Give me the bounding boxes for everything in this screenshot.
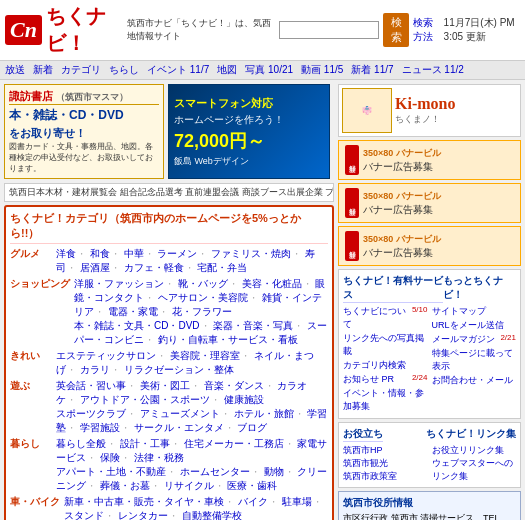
cat-link[interactable]: 本・雑誌・文具・CD・DVD (74, 320, 200, 331)
cat-link[interactable]: バイク (238, 496, 268, 507)
link-筑西市HP[interactable]: 筑西市HP (343, 444, 428, 457)
cat-link[interactable]: ブログ (237, 422, 267, 433)
cat-link[interactable]: スポーツクラブ (56, 408, 126, 419)
cat-link[interactable]: 保険 (100, 452, 120, 463)
nav-写真[interactable]: 写真 10/21 (245, 63, 293, 77)
cat-link[interactable]: ホテル・旅館 (234, 408, 294, 419)
service-link[interactable]: イベント・情報・参加募集 (343, 387, 428, 413)
cat-link[interactable]: アパート・土地・不動産 (56, 466, 166, 477)
cat-link[interactable]: リラクゼーション・整体 (124, 364, 234, 375)
service-link[interactable]: リンク先への写真掲載 (343, 332, 428, 358)
cat-links-car: 新車・中古車・販売・タイヤ・車検・ バイク・ 駐車場・ スタンド・ レンタカー・… (64, 495, 328, 520)
nav-新着[interactable]: 新着 (33, 63, 53, 77)
cat-link[interactable]: 美容・化粧品 (242, 278, 302, 289)
cat-link[interactable]: 新車・中古車・販売・タイヤ・車検 (64, 496, 224, 507)
cat-link[interactable]: 英会話・習い事 (56, 380, 126, 391)
cat-link[interactable]: ヘアサロン・美容院 (158, 292, 248, 303)
banner-recruit-2: バナー広告募集 (363, 203, 441, 217)
cat-link[interactable]: カフェ・軽食 (124, 262, 184, 273)
cat-link[interactable]: ファミリス・焼肉 (211, 248, 291, 259)
nav-イベント[interactable]: イベント 11/7 (147, 63, 209, 77)
cat-link[interactable]: 駐車場 (282, 496, 312, 507)
banner-ad-1[interactable]: 新登録 350×80 バナービル バナー広告募集 (338, 140, 521, 180)
cat-link[interactable]: 電器・家電 (108, 306, 158, 317)
search-button[interactable]: 検索 (383, 13, 409, 47)
kimono-ad[interactable]: 👘 Ki-mono ちくまノ！ (338, 84, 521, 137)
link-筑西市政策室[interactable]: 筑西市政策室 (343, 470, 428, 483)
service-link[interactable]: お知らせ PR (343, 373, 394, 386)
nav-ニュース[interactable]: ニュース 11/2 (402, 63, 464, 77)
banner-recruit-1: バナー広告募集 (363, 160, 441, 174)
banner-ad-2[interactable]: 新登録 350×80 バナービル バナー広告募集 (338, 183, 521, 223)
cat-link[interactable]: ラーメン (157, 248, 197, 259)
cat-link[interactable]: カラリ (80, 364, 110, 375)
cat-link[interactable]: 健康施設 (224, 394, 264, 405)
right-link-box: お役立ち ちくナビ！リンク集 筑西市HP 筑西市観光 筑西市政策室 お役立リリン… (338, 422, 521, 488)
service-link[interactable]: 特集ページに載って表示 (432, 347, 517, 373)
cat-link[interactable]: 住宅メーカー・工務店 (184, 438, 284, 449)
ad-smartphone[interactable]: スマートフォン対応 ホームページを作ろう！ 72,000円～ 飯島 Webデザイ… (168, 84, 330, 179)
cat-link[interactable]: レンタカー (118, 510, 168, 520)
main-layout: 諏訪書店 （筑西市マスマ） 本・雑誌・CD・DVD をお取り寄せ！ 図書カード・… (0, 80, 525, 520)
cat-link[interactable]: ホームセンター (180, 466, 250, 477)
cat-link[interactable]: 楽器・音楽・写真 (213, 320, 293, 331)
service-col-1: ちくナビについて5/10 リンク先への写真掲載 カテゴリ内検索 お知らせ PR2… (343, 305, 428, 414)
banner-ad-3[interactable]: 新登録 350×80 バナービル バナー広告募集 (338, 226, 521, 266)
service-date: 2/24 (412, 373, 428, 386)
cat-link[interactable]: 学習施設 (80, 422, 120, 433)
navbar: 放送 新着 カテゴリ ちらし イベント 11/7 地図 写真 10/21 動画 … (0, 61, 525, 80)
category-row-kirei: きれい エステティックサロン・ 美容院・理容室・ ネイル・まつげ・ カラリ・ リ… (10, 349, 328, 377)
nav-ちらし[interactable]: ちらし (109, 63, 139, 77)
cat-link[interactable]: 音楽・ダンス (204, 380, 264, 391)
cat-link[interactable]: 設計・工事 (120, 438, 170, 449)
cat-link[interactable]: アミューズメント (140, 408, 220, 419)
cat-link[interactable]: 花・フラワー (172, 306, 232, 317)
cat-link[interactable]: 釣り・自転車・サービス・看板 (158, 334, 298, 345)
service-row: メールマガジン2/21 (432, 333, 517, 346)
cat-link[interactable]: 自動整備学校 (182, 510, 242, 520)
cat-link[interactable]: 和食 (90, 248, 110, 259)
cat-link[interactable]: 洋食 (56, 248, 76, 259)
link-筑西市観光[interactable]: 筑西市観光 (343, 457, 428, 470)
cat-link[interactable]: 法律・税務 (134, 452, 184, 463)
right-column: 👘 Ki-mono ちくまノ！ 新登録 350×80 バナービル バナー広告募集… (338, 84, 521, 520)
cat-link[interactable]: アウトドア・公園・スポーツ (80, 394, 210, 405)
nav-新着2[interactable]: 新着 11/7 (351, 63, 393, 77)
service-link[interactable]: メールマガジン (432, 333, 495, 346)
search-input[interactable] (279, 21, 379, 39)
service-link[interactable]: URLをメール送信 (432, 319, 504, 332)
banner-new-label-3: 新登録 (345, 231, 359, 261)
service-link[interactable]: サイトマップ (432, 305, 486, 318)
cat-link[interactable]: 宅配・弁当 (197, 262, 247, 273)
nav-動画[interactable]: 動画 11/5 (301, 63, 343, 77)
service-link[interactable]: カテゴリ内検索 (343, 359, 406, 372)
cat-link[interactable]: リサイクル (164, 480, 214, 491)
cat-link[interactable]: 美容院・理容室 (170, 350, 240, 361)
link-役立リンク集[interactable]: お役立リリンク集 (432, 444, 517, 457)
cat-link[interactable]: 葬儀・お墓 (100, 480, 150, 491)
banner-new-label-2: 新登録 (345, 188, 359, 218)
cat-link[interactable]: 美術・図工 (140, 380, 190, 391)
cat-link[interactable]: スタンド (64, 510, 104, 520)
search-link[interactable]: 検索方法 (413, 16, 439, 44)
link-ウェブマスター[interactable]: ウェブマスターへのリンク集 (432, 457, 517, 483)
cat-link[interactable]: 靴・バッグ (178, 278, 228, 289)
nav-カテゴリ[interactable]: カテゴリ (61, 63, 101, 77)
kimono-img-label: 👘 (362, 106, 372, 115)
cat-link[interactable]: 医療・歯科 (227, 480, 277, 491)
cat-link[interactable]: 中華 (124, 248, 144, 259)
cat-link[interactable]: 居酒屋 (80, 262, 110, 273)
cat-link[interactable]: 暮らし全般 (56, 438, 106, 449)
cat-link[interactable]: エステティックサロン (56, 350, 156, 361)
banner-info-3: 350×80 バナービル バナー広告募集 (363, 233, 441, 260)
service-link[interactable]: お問合わせ・メール (432, 374, 513, 387)
ad-shodo[interactable]: 諏訪書店 （筑西市マスマ） 本・雑誌・CD・DVD をお取り寄せ！ 図書カード・… (4, 84, 164, 179)
cat-link[interactable]: 動物 (264, 466, 284, 477)
service-link[interactable]: ちくナビについて (343, 305, 412, 331)
service-row: ちくナビについて5/10 (343, 305, 428, 331)
cat-link[interactable]: サークル・エンタメ (134, 422, 224, 433)
nav-地図[interactable]: 地図 (217, 63, 237, 77)
nav-放送[interactable]: 放送 (5, 63, 25, 77)
cat-link[interactable]: 洋服・ファッション (74, 278, 164, 289)
news-ticker: 筑西日本木材・建材展覧会 組合記念品選考 直前連盟会議 商談ブース出展企業 プレ… (4, 183, 334, 202)
